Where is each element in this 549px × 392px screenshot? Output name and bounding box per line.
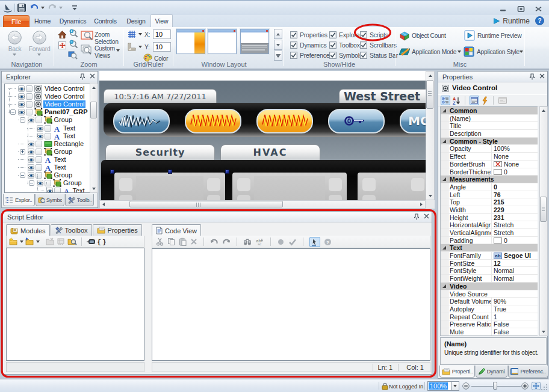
tab-file[interactable]: File bbox=[3, 15, 29, 27]
property-value[interactable]: None bbox=[491, 153, 538, 160]
property-category-common-style[interactable]: Common - Style bbox=[441, 138, 538, 145]
property-row-horizontalalignment[interactable]: HorizontalAlignmentStretch bbox=[441, 221, 538, 229]
ruler-icon[interactable] bbox=[127, 42, 137, 52]
tab-view[interactable]: View bbox=[150, 14, 173, 27]
tree-checkbox[interactable] bbox=[45, 133, 51, 139]
property-value[interactable]: Stretch bbox=[491, 229, 538, 236]
property-value[interactable]: 12 bbox=[491, 260, 538, 267]
tree-checkbox[interactable] bbox=[26, 101, 33, 108]
visibility-eye-icon[interactable] bbox=[18, 101, 25, 108]
visibility-eye-icon[interactable] bbox=[28, 172, 34, 179]
browse-module-icon[interactable] bbox=[67, 237, 77, 245]
tree-item-text[interactable]: AText bbox=[5, 187, 95, 193]
back-dropdown-caret[interactable] bbox=[13, 54, 16, 56]
zoom-in-button[interactable] bbox=[521, 382, 529, 390]
tree-checkbox[interactable] bbox=[36, 149, 42, 155]
application-style-label[interactable]: Application Style bbox=[477, 49, 520, 55]
property-row-video-source[interactable]: Video Source bbox=[441, 290, 538, 298]
checkbox-dynamics[interactable]: Dynamics bbox=[290, 41, 327, 49]
property-value[interactable]: 0 bbox=[491, 183, 538, 191]
checkbox-status-bar[interactable]: Status Bar bbox=[360, 51, 398, 59]
property-row-fontweight[interactable]: FontWeightNormal bbox=[441, 275, 538, 283]
zoom-combo-caret[interactable] bbox=[451, 381, 459, 391]
property-value[interactable]: False bbox=[491, 328, 538, 335]
tree-checkbox[interactable] bbox=[36, 172, 42, 179]
visibility-eye-icon[interactable] bbox=[18, 109, 25, 115]
application-style-caret[interactable] bbox=[520, 51, 523, 53]
hmi-key-button[interactable] bbox=[328, 109, 385, 133]
property-value[interactable]: False bbox=[491, 320, 538, 328]
object-browser-icon[interactable] bbox=[86, 238, 96, 245]
property-row-height[interactable]: Height231 bbox=[441, 214, 538, 222]
gallery-expand-button[interactable] bbox=[274, 51, 282, 61]
braces-icon[interactable]: { } bbox=[98, 238, 106, 245]
property-category-measurements[interactable]: Measurements bbox=[441, 176, 538, 183]
category-collapse-icon[interactable] bbox=[442, 284, 446, 288]
hmi-wave-button-3[interactable] bbox=[256, 109, 313, 133]
category-collapse-icon[interactable] bbox=[442, 177, 446, 181]
property-row-opacity[interactable]: Opacity100% bbox=[441, 145, 538, 153]
tab-controls[interactable]: Controls bbox=[90, 15, 120, 27]
property-row-fontstyle[interactable]: FontStyleNormal bbox=[441, 267, 538, 275]
visibility-eye-icon[interactable] bbox=[28, 141, 34, 147]
tab-home[interactable]: Home bbox=[30, 15, 55, 27]
property-row-autoplay[interactable]: AutoplayTrue bbox=[441, 305, 538, 313]
zoom-in-icon[interactable] bbox=[69, 29, 79, 38]
categorized-button[interactable] bbox=[441, 96, 450, 105]
property-row--name-[interactable]: (Name) bbox=[441, 115, 538, 123]
explorer-scrollbar[interactable] bbox=[90, 84, 98, 193]
visibility-eye-icon[interactable] bbox=[18, 93, 25, 100]
tab-modules[interactable]: Modules bbox=[6, 224, 50, 236]
hmi-wave-button-1[interactable] bbox=[113, 109, 170, 133]
property-row-top[interactable]: Top215 bbox=[441, 198, 538, 206]
hmi-tab-security[interactable]: Security bbox=[105, 144, 215, 161]
forward-dropdown-caret[interactable] bbox=[37, 54, 41, 56]
property-value[interactable]: 76 bbox=[491, 191, 538, 198]
property-row-description[interactable]: Description bbox=[441, 130, 538, 138]
close-icon[interactable] bbox=[90, 73, 95, 79]
property-value[interactable]: 231 bbox=[491, 214, 538, 221]
category-collapse-icon[interactable] bbox=[442, 109, 446, 112]
category-collapse-icon[interactable] bbox=[442, 246, 446, 250]
collapse-icon[interactable] bbox=[29, 180, 34, 186]
custom-views-label-2[interactable]: Views bbox=[95, 52, 110, 59]
canvas-vscrollbar[interactable] bbox=[426, 71, 435, 200]
pointer-mode-button[interactable] bbox=[309, 237, 320, 247]
tree-checkbox[interactable] bbox=[26, 109, 33, 115]
collapse-icon[interactable] bbox=[20, 173, 25, 178]
runtime-preview-label[interactable]: Runtime Preview bbox=[477, 32, 521, 39]
property-row-borderthickness[interactable]: BorderThickness0 bbox=[441, 168, 538, 176]
layout-thumbnail-1[interactable] bbox=[176, 29, 205, 54]
pin-icon[interactable] bbox=[529, 73, 535, 80]
property-value[interactable]: Normal bbox=[491, 275, 538, 282]
property-row-width[interactable]: Width229 bbox=[441, 206, 538, 214]
hmi-tab-hvac[interactable]: HVAC bbox=[220, 144, 320, 161]
property-row-left[interactable]: Left76 bbox=[441, 191, 538, 199]
pin-icon[interactable] bbox=[79, 73, 85, 80]
tree-checkbox[interactable] bbox=[26, 93, 33, 100]
design-canvas[interactable]: 10:57:16 AM 7/27/2011 West Street bbox=[99, 71, 435, 209]
grid-icon[interactable] bbox=[127, 29, 137, 39]
tree-item-text[interactable]: AText bbox=[5, 124, 95, 132]
property-row-fontfamily[interactable]: FontFamilyabSegoe UI bbox=[441, 252, 538, 260]
property-value[interactable]: True bbox=[491, 305, 538, 313]
pin-icon[interactable] bbox=[414, 213, 420, 220]
tree-checkbox[interactable] bbox=[36, 156, 42, 163]
fit-to-window-icon[interactable] bbox=[532, 382, 541, 390]
property-value[interactable]: 0 bbox=[491, 168, 538, 176]
new-module-icon[interactable] bbox=[9, 237, 18, 245]
visibility-eye-icon[interactable] bbox=[18, 85, 25, 92]
collapse-icon[interactable] bbox=[10, 109, 16, 115]
tree-item-rectangle[interactable]: Rectangle bbox=[5, 140, 95, 148]
forward-button[interactable] bbox=[33, 31, 46, 44]
zoom-100-icon[interactable] bbox=[58, 41, 67, 50]
new-module-caret[interactable] bbox=[20, 240, 23, 243]
canvas-hscrollbar[interactable] bbox=[99, 200, 426, 209]
undo-icon[interactable] bbox=[30, 4, 39, 12]
tree-checkbox[interactable] bbox=[45, 125, 51, 132]
property-category-text[interactable]: Text bbox=[441, 244, 538, 252]
zoom-slider-thumb[interactable] bbox=[493, 382, 497, 390]
property-category-common[interactable]: Common bbox=[441, 107, 538, 115]
selection-handle[interactable] bbox=[110, 170, 114, 174]
grid-dropdown-caret[interactable] bbox=[138, 33, 142, 35]
